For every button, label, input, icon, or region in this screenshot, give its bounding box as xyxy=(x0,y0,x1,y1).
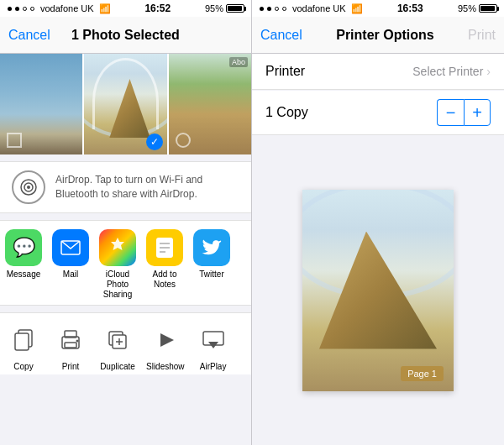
slideshow-label: Slideshow xyxy=(146,362,185,371)
right-nav-title: Printer Options xyxy=(336,28,433,43)
action-item-print[interactable]: Print xyxy=(47,322,94,371)
right-battery-fill xyxy=(480,6,495,11)
message-icon: 💬 xyxy=(5,229,42,266)
airplay-svg xyxy=(200,328,227,352)
icloud-photos-label: iCloud Photo Sharing xyxy=(101,270,134,300)
right-nav-bar: Cancel Printer Options Print xyxy=(252,17,504,54)
copies-row: 1 Copy − + xyxy=(252,91,504,135)
copies-stepper: − + xyxy=(437,99,491,126)
mail-icon xyxy=(52,229,89,266)
right-signal-dot-2 xyxy=(267,7,271,11)
right-carrier: vodafone UK 📶 xyxy=(259,3,363,14)
right-signal-dot-4 xyxy=(282,7,286,11)
copies-label: 1 Copy xyxy=(265,105,308,120)
rainbow-arc xyxy=(82,54,166,138)
share-item-twitter[interactable]: Twitter xyxy=(188,229,235,300)
svg-point-2 xyxy=(27,186,30,189)
notes-svg xyxy=(154,236,176,259)
svg-rect-10 xyxy=(15,333,29,350)
right-wifi-icon: 📶 xyxy=(351,3,363,14)
notes-icon xyxy=(146,229,183,266)
left-battery-icon xyxy=(226,4,244,13)
duplicate-svg xyxy=(104,327,131,353)
copy-icon xyxy=(5,322,42,359)
right-battery-icon xyxy=(479,4,497,13)
duplicate-icon xyxy=(99,322,136,359)
slideshow-svg xyxy=(152,328,179,352)
share-row: 💬 Message Mail iCloud Photo Sharing xyxy=(0,220,251,306)
building-shape xyxy=(109,79,150,138)
action-item-copy[interactable]: Copy xyxy=(0,322,47,371)
photo-3-label: Abo xyxy=(229,57,248,67)
mail-label: Mail xyxy=(63,270,78,280)
printer-value-area: Select Printer › xyxy=(412,65,491,78)
duplicate-label: Duplicate xyxy=(100,362,135,371)
share-item-mail[interactable]: Mail xyxy=(47,229,94,300)
share-item-message[interactable]: 💬 Message xyxy=(0,229,47,300)
right-status-bar: vodafone UK 📶 16:53 95% xyxy=(252,0,504,17)
signal-dot-2 xyxy=(15,7,19,11)
printer-chevron-icon: › xyxy=(486,65,491,78)
photo-thumb-3[interactable]: Abo xyxy=(167,54,251,154)
action-row: Copy Print xyxy=(0,312,251,374)
left-battery-area: 95% xyxy=(205,3,244,13)
right-carrier-text: vodafone UK xyxy=(292,3,346,13)
photo-1-unselected xyxy=(7,133,22,148)
twitter-icon xyxy=(193,229,230,266)
preview-photo: Page 1 xyxy=(302,190,454,391)
action-item-slideshow[interactable]: Slideshow xyxy=(141,322,190,371)
left-carrier-text: vodafone UK xyxy=(40,3,94,13)
message-label: Message xyxy=(7,270,41,280)
photo-2-selected-badge: ✓ xyxy=(146,134,163,150)
copies-minus-button[interactable]: − xyxy=(437,99,464,126)
right-print-button[interactable]: Print xyxy=(468,28,496,43)
signal-dot-3 xyxy=(23,7,27,11)
notes-label: Add to Notes xyxy=(148,270,181,290)
share-item-more[interactable]: › xyxy=(235,229,251,300)
svg-rect-13 xyxy=(65,343,76,348)
airplay-icon xyxy=(195,322,232,359)
photo-grid: ✓ Abo xyxy=(0,54,251,154)
printer-row[interactable]: Printer Select Printer › xyxy=(252,54,504,90)
left-carrier: vodafone UK 📶 xyxy=(7,3,111,14)
right-signal-dot-1 xyxy=(260,7,264,11)
left-status-bar: vodafone UK 📶 16:52 95% xyxy=(0,0,251,17)
signal-dot-4 xyxy=(30,7,34,11)
page-badge: Page 1 xyxy=(401,366,444,381)
copies-plus-button[interactable]: + xyxy=(464,99,491,126)
action-item-airplay[interactable]: AirPlay xyxy=(190,322,237,371)
airplay-label: AirPlay xyxy=(200,362,227,371)
airdrop-section[interactable]: AirDrop. Tap to turn on Wi-Fi and Blueto… xyxy=(0,161,251,213)
left-time: 16:52 xyxy=(144,3,171,14)
right-cancel-button[interactable]: Cancel xyxy=(260,28,302,43)
signal-dot-1 xyxy=(8,7,12,11)
airdrop-icon xyxy=(12,170,45,204)
preview-container: Page 1 xyxy=(252,135,504,445)
left-battery-pct: 95% xyxy=(205,3,223,13)
share-item-notes[interactable]: Add to Notes xyxy=(141,229,188,300)
right-battery-area: 95% xyxy=(458,3,497,13)
share-item-icloud-photos[interactable]: iCloud Photo Sharing xyxy=(94,229,141,300)
twitter-label: Twitter xyxy=(199,270,223,280)
right-panel: vodafone UK 📶 16:53 95% Cancel Printer O… xyxy=(252,0,504,445)
print-svg xyxy=(57,328,84,352)
airdrop-text: AirDrop. Tap to turn on Wi-Fi and Blueto… xyxy=(55,173,239,202)
svg-point-14 xyxy=(76,340,79,343)
left-battery-fill xyxy=(228,6,242,11)
twitter-svg xyxy=(201,238,223,257)
photos-svg xyxy=(105,235,130,260)
action-item-duplicate[interactable]: Duplicate xyxy=(94,322,141,371)
svg-marker-19 xyxy=(160,333,174,347)
mail-svg xyxy=(60,240,81,255)
left-nav-bar: Cancel 1 Photo Selected xyxy=(0,17,251,54)
airdrop-svg xyxy=(19,178,38,196)
left-cancel-button[interactable]: Cancel xyxy=(8,28,50,43)
right-time: 16:53 xyxy=(397,3,423,14)
slideshow-icon xyxy=(147,322,184,359)
right-battery-pct: 95% xyxy=(458,3,476,13)
photo-thumb-1[interactable] xyxy=(0,54,82,154)
preview-building xyxy=(319,232,437,349)
photo-thumb-2[interactable]: ✓ xyxy=(82,54,166,154)
preview-paper: Page 1 xyxy=(302,190,454,391)
printer-label: Printer xyxy=(265,64,305,79)
